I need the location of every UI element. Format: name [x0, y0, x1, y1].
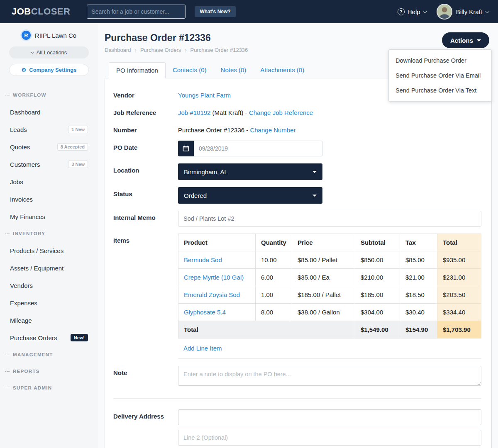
breadcrumb-purchase-orders[interactable]: Purchase Orders: [131, 47, 181, 53]
vendor-link[interactable]: Youngs Plant Farm: [178, 92, 231, 99]
user-menu[interactable]: Billy Kraft: [431, 4, 489, 19]
items-header-row: Product Quantity Price Subtotal Tax Tota…: [178, 234, 481, 251]
internal-memo-input[interactable]: [178, 211, 481, 226]
logo-secondary: CLOSER: [31, 6, 71, 17]
product-link[interactable]: Bermuda Sod: [184, 256, 222, 263]
calendar-button[interactable]: [178, 141, 194, 156]
sidebar-item-jobs[interactable]: Jobs: [0, 173, 98, 190]
nav-label: Leads: [10, 126, 27, 133]
items-row: Items Product Quantity Price Subtotal Ta…: [113, 234, 481, 359]
section-label: MANAGEMENT: [13, 352, 53, 357]
status-label: Status: [113, 187, 178, 204]
caret-down-icon: [477, 39, 481, 41]
topbar: JOBCLOSER What's New? ? Help Billy Kraft: [0, 0, 498, 23]
actions-button[interactable]: Actions: [442, 32, 489, 48]
add-line-item-link[interactable]: Add Line Item: [183, 345, 222, 352]
chevron-down-icon: [30, 50, 34, 53]
total-cell: $231.00: [437, 269, 481, 286]
tab-po-information[interactable]: PO Information: [109, 62, 166, 78]
job-link[interactable]: Job #10192: [178, 109, 210, 116]
po-number-text: Purchase Order #12336 -: [178, 127, 248, 134]
topbar-right: ? Help Billy Kraft: [398, 4, 489, 19]
breadcrumb-current: Purchase Order #12336: [181, 47, 248, 53]
breadcrumb-dashboard[interactable]: Dashboard: [105, 47, 131, 53]
nav-label: Invoices: [10, 196, 33, 203]
price-cell: $85.00 / Pallet: [292, 251, 355, 269]
menu-item-send-po-email[interactable]: Send Purchase Order Via Email: [389, 68, 491, 83]
total-cell: $935.00: [437, 251, 481, 269]
location-label: Location: [113, 163, 178, 180]
change-job-reference-link[interactable]: Change Job Reference: [249, 109, 313, 116]
location-value: Birmingham, AL: [184, 168, 228, 175]
status-select[interactable]: Ordered: [178, 187, 322, 204]
sidebar-item-vendors[interactable]: Vendors: [0, 277, 98, 294]
nav-label: Expenses: [10, 299, 37, 307]
table-row: Glyphosate 5.4 8.00 $38.00 / Gallon $304…: [178, 304, 481, 321]
product-link[interactable]: Emerald Zoysia Sod: [184, 291, 240, 298]
nav-label: Mileage: [10, 317, 32, 324]
sidebar-item-purchase-orders[interactable]: Purchase OrdersNew!: [0, 329, 98, 346]
section-dash: [5, 355, 10, 355]
menu-item-download-po[interactable]: Download Purchase Order: [389, 53, 491, 68]
search-input[interactable]: [87, 5, 186, 19]
sidebar-item-my-finances[interactable]: My Finances: [0, 208, 98, 225]
tax-cell: $21.00: [400, 269, 437, 286]
product-link[interactable]: Glyphosate 5.4: [184, 309, 226, 316]
menu-item-send-po-text[interactable]: Send Purchase Order Via Text: [389, 83, 491, 98]
tab-attachments[interactable]: Attachments (0): [253, 62, 311, 78]
sidebar-item-expenses[interactable]: Expenses: [0, 294, 98, 312]
po-date-input[interactable]: [194, 141, 322, 156]
po-information-panel: Vendor Youngs Plant Farm Job Reference J…: [105, 78, 492, 448]
price-cell: $38.00 / Gallon: [292, 304, 355, 321]
sidebar-item-invoices[interactable]: Invoices: [0, 190, 98, 208]
locations-label: All Locations: [37, 49, 67, 56]
section-super-admin[interactable]: SUPER ADMIN: [0, 380, 98, 396]
nav-label: Quotes: [10, 144, 30, 151]
total-cell: $203.50: [437, 286, 481, 304]
delivery-address-label: Delivery Address: [113, 409, 178, 446]
price-cell: $185.00 / Pallet: [292, 286, 355, 304]
section-dash: [5, 95, 10, 95]
section-label: INVENTORY: [13, 231, 45, 236]
sidebar-item-mileage[interactable]: Mileage: [0, 312, 98, 329]
po-date-label: PO Date: [113, 141, 178, 156]
product-link[interactable]: Crepe Myrtle (10 Gal): [184, 274, 244, 281]
change-number-link[interactable]: Change Number: [250, 127, 295, 134]
sidebar-item-leads[interactable]: Leads1 New: [0, 121, 98, 138]
section-dash: [5, 371, 10, 372]
company-settings-button[interactable]: Company Settings: [9, 64, 89, 76]
sidebar-item-assets-equipment[interactable]: Assets / Equipment: [0, 259, 98, 277]
help-menu[interactable]: ? Help: [398, 8, 426, 15]
table-row: Emerald Zoysia Sod 1.00 $185.00 / Pallet…: [178, 286, 481, 304]
gear-icon: [22, 67, 27, 73]
delivery-address-line1-input[interactable]: [178, 409, 481, 425]
nav-label: My Finances: [10, 213, 45, 220]
section-workflow: WORKFLOW: [0, 87, 98, 103]
purchase-orders-badge: New!: [71, 334, 88, 341]
section-reports[interactable]: REPORTS: [0, 363, 98, 380]
sidebar: R RIIPL Lawn Co All Locations Company Se…: [0, 23, 98, 448]
price-cell: $35.00 / Ea: [292, 269, 355, 286]
section-management[interactable]: MANAGEMENT: [0, 346, 98, 363]
sidebar-item-dashboard[interactable]: Dashboard: [0, 103, 98, 121]
tax-cell: $18.50: [400, 286, 437, 304]
internal-memo-label: Internal Memo: [113, 211, 178, 226]
settings-label: Company Settings: [29, 67, 76, 73]
internal-memo-row: Internal Memo: [113, 211, 481, 226]
actions-label: Actions: [450, 37, 473, 44]
sidebar-item-quotes[interactable]: Quotes8 Accepted: [0, 138, 98, 156]
whats-new-button[interactable]: What's New?: [195, 6, 235, 17]
quantity-cell: 10.00: [256, 251, 292, 269]
quotes-badge: 8 Accepted: [57, 143, 88, 151]
sidebar-item-products-services[interactable]: Products / Services: [0, 242, 98, 259]
sidebar-item-customers[interactable]: Customers3 New: [0, 156, 98, 173]
subtotal-cell: $850.00: [355, 251, 400, 269]
delivery-address-line2-input[interactable]: [178, 430, 481, 446]
note-textarea[interactable]: [178, 366, 481, 386]
app-logo[interactable]: JOBCLOSER: [12, 6, 70, 17]
tab-contacts[interactable]: Contacts (0): [166, 62, 214, 78]
location-select[interactable]: Birmingham, AL: [178, 163, 322, 180]
number-label: Number: [113, 123, 178, 134]
locations-dropdown[interactable]: All Locations: [9, 46, 89, 58]
tab-notes[interactable]: Notes (0): [214, 62, 254, 78]
